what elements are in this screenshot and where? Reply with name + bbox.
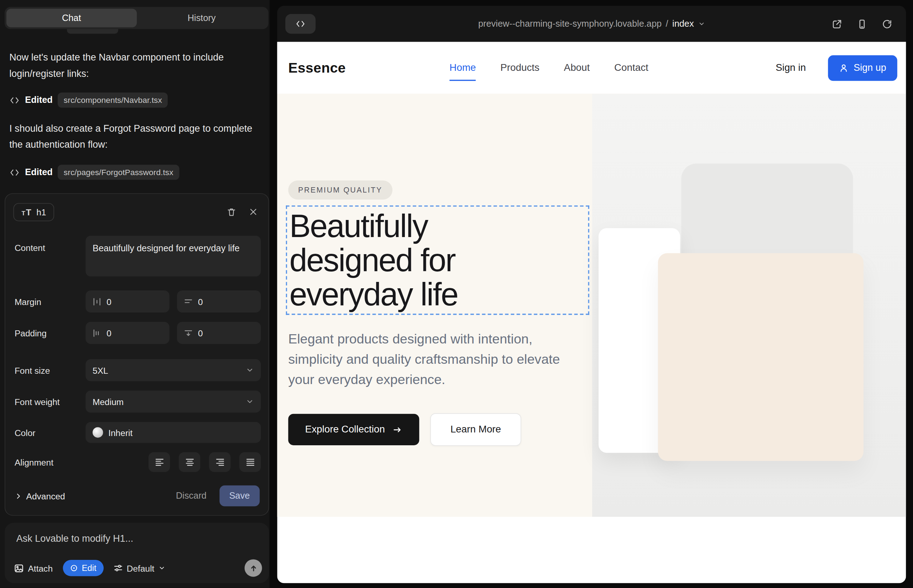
align-left-button[interactable] [149,452,170,472]
align-right-button[interactable] [209,452,231,472]
margin-y-value: 0 [198,297,203,307]
smartphone-icon [857,19,867,29]
external-link-icon [832,19,842,29]
edit-target-icon [70,564,78,572]
padding-vertical-icon [184,328,193,338]
assistant-message: Now let's update the Navbar component to… [9,49,260,82]
arrow-right-icon [392,425,402,434]
edited-file-row: Edited src/pages/ForgotPassword.tsx [9,165,179,180]
align-center-button[interactable] [179,452,201,472]
color-swatch-icon [92,427,103,438]
send-button[interactable] [244,559,262,577]
user-icon [839,63,848,72]
url-page: index [672,18,694,29]
margin-y-input[interactable]: 0 [177,291,261,312]
panel-tabs: Chat History [5,7,269,29]
color-select[interactable]: Inherit [86,422,261,443]
padding-label: Padding [15,328,86,338]
font-weight-label: Font weight [15,396,86,407]
chevron-down-icon [159,564,165,572]
margin-vertical-icon [184,297,193,306]
close-editor-button[interactable] [244,202,262,221]
chevron-down-icon [246,397,254,406]
site-nav-links: Home Products About Contact [449,62,648,74]
trash-icon [226,207,236,217]
attach-button[interactable]: Attach [14,563,53,573]
nav-link-home[interactable]: Home [449,62,476,74]
model-default-button[interactable]: Default [113,563,165,573]
font-weight-row: Font weight Medium [15,391,261,412]
padding-horizontal-icon [92,328,102,338]
color-label: Color [15,428,86,438]
padding-x-input[interactable]: 0 [86,322,169,344]
site-brand[interactable]: Essence [288,60,346,76]
cta-primary-label: Explore Collection [305,423,385,435]
content-input[interactable]: Beautifully designed for everyday life [86,236,261,276]
delete-element-button[interactable] [222,202,240,221]
margin-row: Margin 0 0 [15,291,261,312]
url-separator: / [666,18,669,29]
alignment-row: Alignment [15,452,261,472]
site-preview: Essence Home Products About Contact Sign… [277,42,906,583]
margin-label: Margin [15,297,86,307]
align-justify-icon [245,457,254,467]
tab-history[interactable]: History [136,9,266,27]
save-button[interactable]: Save [219,486,260,507]
font-weight-value: Medium [92,396,123,407]
code-icon [9,168,19,177]
font-weight-select[interactable]: Medium [86,391,261,412]
padding-x-value: 0 [107,328,112,338]
margin-x-input[interactable]: 0 [86,291,169,312]
close-icon [249,207,258,216]
file-chip[interactable]: src/components/Navbar.tsx [58,92,168,108]
padding-row: Padding 0 0 [15,322,261,344]
selected-element-outline[interactable]: Beautifully designed for everyday life [286,205,589,315]
edit-mode-button[interactable]: Edit [63,560,103,576]
learn-more-button[interactable]: Learn More [430,413,521,446]
advanced-label: Advanced [26,491,65,501]
preview-url[interactable]: preview--charming-site-symphony.lovable.… [277,6,906,42]
explore-collection-button[interactable]: Explore Collection [288,414,419,445]
element-editor-card: TT h1 Content Beautifully designed for e… [5,193,269,516]
sign-in-link[interactable]: Sign in [775,62,806,74]
nav-link-about[interactable]: About [564,62,590,74]
align-right-icon [215,457,224,467]
refresh-button[interactable] [882,19,892,29]
refresh-icon [882,19,892,29]
discard-button[interactable]: Discard [176,491,207,501]
hero-description: Elegant products designed with intention… [288,329,577,390]
hero-section: PREMIUM QUALITY Beautifully designed for… [277,94,906,517]
padding-y-input[interactable]: 0 [177,322,261,344]
padding-y-value: 0 [198,328,203,338]
preview-panel: preview--charming-site-symphony.lovable.… [277,6,906,583]
default-label: Default [127,563,155,573]
edited-label: Edited [25,95,52,105]
tab-chat[interactable]: Chat [6,9,136,27]
mobile-view-button[interactable] [857,19,867,29]
sign-up-label: Sign up [853,62,886,73]
element-tag-label: h1 [36,207,46,217]
chat-composer: Attach Edit Default [5,522,269,583]
align-left-icon [155,457,164,467]
element-tag-button[interactable]: TT h1 [13,203,55,221]
open-external-button[interactable] [832,19,842,29]
font-size-select[interactable]: 5XL [86,359,261,381]
arrow-up-icon [249,564,258,573]
nav-link-contact[interactable]: Contact [614,62,648,74]
composer-toolbar: Attach Edit Default [14,559,262,577]
hero-cta-group: Explore Collection Learn More [288,413,521,446]
site-navbar: Essence Home Products About Contact Sign… [277,42,906,94]
premium-quality-badge: PREMIUM QUALITY [288,181,392,200]
edited-file-row: Edited src/components/Navbar.tsx [9,92,168,108]
align-justify-button[interactable] [239,452,261,472]
sign-up-button[interactable]: Sign up [828,55,897,81]
file-chip[interactable]: src/pages/ForgotPassword.tsx [58,165,179,180]
chevron-down-icon [246,366,254,375]
hero-headline[interactable]: Beautifully designed for everyday life [290,209,540,312]
code-icon [9,96,19,105]
composer-input[interactable] [16,533,257,544]
nav-link-products[interactable]: Products [500,62,539,74]
alignment-label: Alignment [15,457,86,467]
advanced-toggle[interactable]: Advanced [15,491,65,501]
editor-header: TT h1 [13,202,263,223]
